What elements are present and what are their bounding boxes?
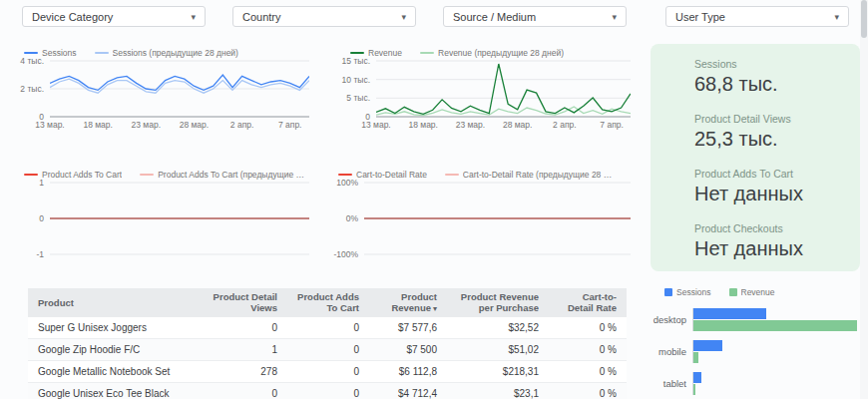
table-cell: $7 500	[369, 339, 447, 361]
column-header[interactable]: Product Detail Views	[196, 288, 287, 317]
chevron-down-icon: ▾	[401, 12, 406, 22]
y-axis-tick: 0%	[346, 213, 358, 223]
table-cell: $4 712,4	[369, 383, 447, 399]
x-axis: 13 мар.18 мар.23 мар.28 мар.2 апр.7 апр.	[376, 118, 631, 131]
scorecard-product-adds-to-cart: Product Adds To Cart Нет данных	[694, 168, 850, 205]
filter-source-medium[interactable]: Source / Medium ▾	[443, 6, 627, 27]
table-cell: Super G Unisex Joggers	[28, 317, 196, 339]
column-header[interactable]: Product Revenue▾	[369, 288, 447, 317]
sessions-line-chart: SessionsSessions (предыдущие 28 дней) 4 …	[18, 46, 309, 131]
scorecard-label: Product Adds To Cart	[694, 168, 850, 180]
table-cell: 0 %	[549, 339, 627, 361]
scorecard-label: Product Detail Views	[694, 113, 850, 125]
x-axis-tick: 23 мар.	[456, 120, 485, 130]
x-axis-tick: 7 апр.	[278, 120, 302, 130]
table-cell: 0	[287, 339, 369, 361]
scorecard-value: 25,3 тыс.	[694, 128, 850, 151]
legend-line-marker	[420, 52, 434, 54]
scorecard-product-detail-views: Product Detail Views 25,3 тыс.	[694, 113, 850, 151]
legend-label: Sessions	[42, 48, 77, 58]
table-cell: 0 %	[549, 383, 627, 399]
table-row: Google Unisex Eco Tee Black00$4 712,4$23…	[28, 383, 627, 399]
filter-device-category[interactable]: Device Category ▾	[22, 6, 206, 27]
product-table: ProductProduct Detail ViewsProduct Adds …	[28, 288, 627, 399]
scrollbar-thumb[interactable]	[861, 0, 867, 38]
x-axis-tick: 23 мар.	[132, 120, 161, 130]
legend-label: Cart-to-Detail Rate (предыдущие 28 дней)	[463, 170, 613, 180]
column-header[interactable]: Product Adds To Cart	[287, 288, 369, 317]
y-axis: 10-1	[18, 182, 50, 255]
scorecard-sessions: Sessions 68,8 тыс.	[694, 58, 850, 96]
column-header[interactable]: Cart-to-Detail Rate	[549, 288, 627, 317]
x-axis-tick: 13 мар.	[361, 120, 390, 130]
filter-label: Device Category	[32, 11, 113, 23]
legend-line-marker	[24, 52, 38, 54]
legend-label: Product Adds To Cart	[42, 170, 122, 180]
table-cell: 0	[287, 383, 369, 399]
x-axis: 13 мар.18 мар.23 мар.28 мар.2 апр.7 апр.	[50, 118, 309, 131]
legend-line-marker	[24, 174, 38, 176]
bar-category-label: mobile	[649, 346, 692, 357]
bar-sessions	[693, 308, 766, 319]
y-axis-tick: 100%	[336, 178, 358, 188]
table-row: Super G Unisex Joggers00$7 577,6$32,520 …	[28, 317, 627, 339]
bar-plot-area[interactable]: desktopmobiletablet	[649, 308, 862, 395]
filter-user-type[interactable]: User Type ▾	[665, 6, 849, 27]
chart-plot-area[interactable]	[50, 60, 309, 118]
table-cell: 0 %	[549, 361, 627, 383]
scorecard-value: 68,8 тыс.	[694, 73, 850, 96]
table-cell: $32,52	[447, 317, 549, 339]
cart-to-detail-line-chart: Cart-to-Detail RateCart-to-Detail Rate (…	[332, 168, 631, 255]
y-axis-tick: 0	[39, 213, 44, 223]
table-cell: $23,1	[447, 383, 549, 399]
chevron-down-icon: ▾	[834, 12, 839, 22]
column-header[interactable]: Product	[28, 288, 196, 317]
legend-item: Revenue (предыдущие 28 дней)	[420, 48, 564, 58]
filter-label: Source / Medium	[453, 11, 536, 23]
table-cell: $51,02	[447, 339, 549, 361]
y-axis-tick: 4 тыс.	[20, 56, 44, 66]
table-cell: $218,31	[447, 361, 549, 383]
table-cell: $6 112,8	[369, 361, 447, 383]
bar-revenue	[693, 352, 698, 363]
chart-plot-area[interactable]	[364, 182, 631, 255]
chart-plot-area[interactable]	[50, 182, 309, 255]
bar-group	[692, 372, 862, 395]
adds_to_cart_chart-canvas	[50, 182, 309, 255]
filter-bar: Device Category ▾ Country ▾ Source / Med…	[0, 0, 868, 32]
sort-descending-icon: ▾	[433, 304, 437, 313]
table-cell: 1	[196, 339, 287, 361]
column-header[interactable]: Product Revenue per Purchase	[447, 288, 549, 317]
chevron-down-icon: ▾	[612, 12, 617, 22]
cart_to_detail_chart-canvas	[364, 182, 631, 255]
filter-country[interactable]: Country ▾	[232, 6, 416, 27]
dashboard: Device Category ▾ Country ▾ Source / Med…	[0, 0, 868, 399]
table-row: Google Zip Hoodie F/C10$7 500$51,020 %	[28, 339, 627, 361]
x-axis-tick: 18 мар.	[83, 120, 112, 130]
revenue_chart-canvas	[376, 60, 631, 118]
table-row: Google Metallic Notebook Set2780$6 112,8…	[28, 361, 627, 383]
bar-category-row: desktop	[649, 308, 862, 331]
y-axis: 4 тыс.2 тыс.0	[18, 60, 50, 118]
legend-item: Cart-to-Detail Rate (предыдущие 28 дней)	[445, 170, 613, 180]
chart-legend: SessionsSessions (предыдущие 28 дней)	[18, 46, 309, 60]
chevron-down-icon: ▾	[191, 12, 196, 22]
bar-group	[692, 308, 862, 331]
scrollbar[interactable]	[860, 0, 868, 399]
scorecard-panel: Sessions 68,8 тыс. Product Detail Views …	[651, 44, 860, 271]
legend-label: Revenue	[741, 287, 775, 297]
legend-label: Product Adds To Cart (предыдущие 28 дней…	[158, 170, 307, 180]
legend-label: Cart-to-Detail Rate	[356, 170, 427, 180]
x-axis-tick: 28 мар.	[180, 120, 209, 130]
legend-item: Sessions	[664, 287, 711, 297]
y-axis-tick: 5 тыс.	[346, 93, 370, 103]
adds-to-cart-line-chart: Product Adds To CartProduct Adds To Cart…	[18, 168, 309, 255]
bar-sessions	[693, 340, 722, 351]
legend-item: Revenue	[729, 287, 775, 297]
legend-item: Sessions (предыдущие 28 дней)	[95, 48, 238, 58]
legend-line-marker	[350, 52, 364, 54]
chart-plot-area[interactable]	[376, 60, 631, 118]
table-cell: 278	[196, 361, 287, 383]
y-axis-tick: 2 тыс.	[20, 84, 44, 94]
y-axis-tick: 1	[39, 178, 44, 188]
